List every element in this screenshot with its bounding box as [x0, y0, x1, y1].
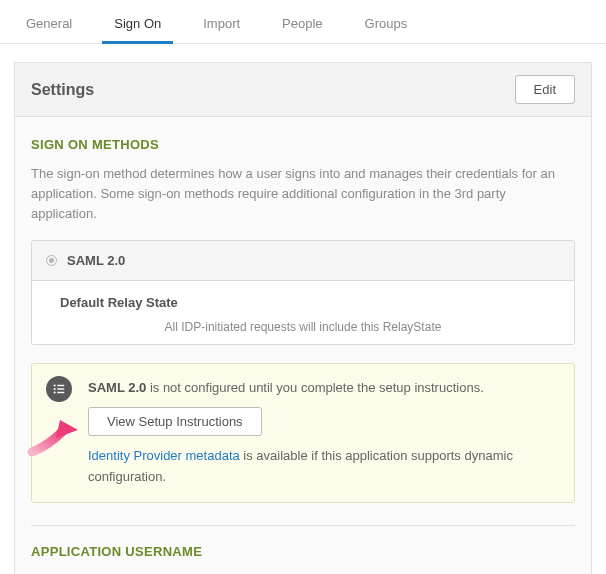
radio-icon [46, 255, 57, 266]
svg-rect-3 [57, 389, 64, 390]
svg-rect-1 [57, 385, 64, 386]
tabs: General Sign On Import People Groups [0, 0, 606, 44]
divider [31, 525, 575, 526]
relay-state-note: All IDP-initiated requests will include … [46, 320, 560, 334]
application-username-title: APPLICATION USERNAME [31, 544, 575, 559]
sign-on-methods-desc: The sign-on method determines how a user… [31, 164, 575, 224]
pointer-arrow-icon [26, 416, 82, 456]
list-icon [46, 376, 72, 402]
svg-rect-5 [57, 392, 64, 393]
idp-metadata-link[interactable]: Identity Provider metadata [88, 448, 240, 463]
settings-title: Settings [31, 81, 94, 99]
saml-method-header[interactable]: SAML 2.0 [32, 241, 574, 281]
saml-method-body: Default Relay State All IDP-initiated re… [32, 281, 574, 344]
settings-body: SIGN ON METHODS The sign-on method deter… [15, 117, 591, 574]
tab-general[interactable]: General [14, 8, 84, 43]
saml-method-box: SAML 2.0 Default Relay State All IDP-ini… [31, 240, 575, 345]
tab-people[interactable]: People [270, 8, 334, 43]
tab-groups[interactable]: Groups [353, 8, 420, 43]
edit-button[interactable]: Edit [515, 75, 575, 104]
svg-point-2 [54, 388, 56, 390]
callout-line-1: SAML 2.0 is not configured until you com… [88, 378, 560, 399]
tab-sign-on[interactable]: Sign On [102, 8, 173, 44]
relay-state-label: Default Relay State [60, 295, 560, 310]
tab-import[interactable]: Import [191, 8, 252, 43]
svg-point-4 [54, 392, 56, 394]
callout-line-2: Identity Provider metadata is available … [88, 446, 560, 488]
svg-point-0 [54, 385, 56, 387]
settings-panel: Settings Edit SIGN ON METHODS The sign-o… [14, 62, 592, 574]
saml-method-label: SAML 2.0 [67, 253, 125, 268]
sign-on-methods-title: SIGN ON METHODS [31, 137, 575, 152]
view-setup-button[interactable]: View Setup Instructions [88, 407, 262, 436]
setup-callout: SAML 2.0 is not configured until you com… [31, 363, 575, 502]
settings-header: Settings Edit [15, 63, 591, 117]
